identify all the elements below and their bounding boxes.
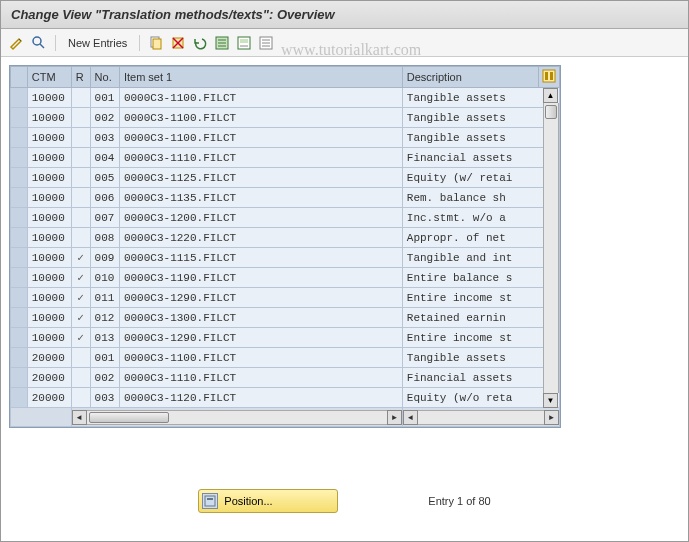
cell-description[interactable]: Retained earnin <box>402 308 559 328</box>
cell-item-set[interactable]: 0000C3-1290.FILCT <box>119 328 402 348</box>
cell-r-checkbox[interactable] <box>71 168 90 188</box>
select-all-icon[interactable] <box>214 35 230 51</box>
cell-no[interactable]: 002 <box>90 108 119 128</box>
table-row[interactable]: 200000030000C3-1120.FILCTEquity (w/o ret… <box>11 388 560 408</box>
cell-no[interactable]: 008 <box>90 228 119 248</box>
cell-item-set[interactable]: 0000C3-1100.FILCT <box>119 348 402 368</box>
cell-no[interactable]: 001 <box>90 348 119 368</box>
table-row[interactable]: 10000✓0120000C3-1300.FILCTRetained earni… <box>11 308 560 328</box>
cell-item-set[interactable]: 0000C3-1200.FILCT <box>119 208 402 228</box>
cell-description[interactable]: Entire balance s <box>402 268 559 288</box>
scroll-right-button-2[interactable]: ► <box>544 410 559 425</box>
cell-item-set[interactable]: 0000C3-1135.FILCT <box>119 188 402 208</box>
row-selector[interactable] <box>11 228 28 248</box>
cell-item-set[interactable]: 0000C3-1300.FILCT <box>119 308 402 328</box>
cell-r-checkbox[interactable] <box>71 208 90 228</box>
cell-ctm[interactable]: 10000 <box>27 128 71 148</box>
cell-description[interactable]: Tangible assets <box>402 348 559 368</box>
header-ctm[interactable]: CTM <box>27 67 71 88</box>
header-r[interactable]: R <box>71 67 90 88</box>
cell-description[interactable]: Rem. balance sh <box>402 188 559 208</box>
cell-description[interactable]: Financial assets <box>402 148 559 168</box>
cell-description[interactable]: Equity (w/o reta <box>402 388 559 408</box>
vertical-scrollbar[interactable] <box>543 103 559 393</box>
header-no[interactable]: No. <box>90 67 119 88</box>
cell-description[interactable]: Appropr. of net <box>402 228 559 248</box>
horizontal-scroll-thumb[interactable] <box>89 412 169 423</box>
cell-r-checkbox[interactable] <box>71 88 90 108</box>
cell-r-checkbox[interactable] <box>71 128 90 148</box>
cell-item-set[interactable]: 0000C3-1120.FILCT <box>119 388 402 408</box>
cell-item-set[interactable]: 0000C3-1115.FILCT <box>119 248 402 268</box>
cell-ctm[interactable]: 10000 <box>27 248 71 268</box>
row-selector[interactable] <box>11 248 28 268</box>
cell-item-set[interactable]: 0000C3-1110.FILCT <box>119 148 402 168</box>
row-selector[interactable] <box>11 348 28 368</box>
cell-item-set[interactable]: 0000C3-1100.FILCT <box>119 108 402 128</box>
cell-ctm[interactable]: 20000 <box>27 388 71 408</box>
header-item-set[interactable]: Item set 1 <box>119 67 402 88</box>
cell-no[interactable]: 011 <box>90 288 119 308</box>
row-selector[interactable] <box>11 148 28 168</box>
cell-r-checkbox[interactable] <box>71 228 90 248</box>
cell-no[interactable]: 010 <box>90 268 119 288</box>
table-row[interactable]: 100000030000C3-1100.FILCTTangible assets <box>11 128 560 148</box>
table-row[interactable]: 10000✓0130000C3-1290.FILCTEntire income … <box>11 328 560 348</box>
table-row[interactable]: 100000050000C3-1125.FILCTEquity (w/ reta… <box>11 168 560 188</box>
cell-no[interactable]: 001 <box>90 88 119 108</box>
cell-r-checkbox[interactable]: ✓ <box>71 288 90 308</box>
cell-no[interactable]: 005 <box>90 168 119 188</box>
row-selector[interactable] <box>11 268 28 288</box>
undo-change-icon[interactable] <box>192 35 208 51</box>
cell-ctm[interactable]: 10000 <box>27 88 71 108</box>
header-description[interactable]: Description <box>402 67 538 88</box>
cell-no[interactable]: 003 <box>90 128 119 148</box>
cell-ctm[interactable]: 10000 <box>27 208 71 228</box>
scroll-left-button-2[interactable]: ◄ <box>403 410 418 425</box>
copy-as-icon[interactable] <box>148 35 164 51</box>
table-row[interactable]: 100000060000C3-1135.FILCTRem. balance sh <box>11 188 560 208</box>
row-selector[interactable] <box>11 288 28 308</box>
find-icon[interactable] <box>31 35 47 51</box>
row-selector[interactable] <box>11 308 28 328</box>
cell-r-checkbox[interactable]: ✓ <box>71 248 90 268</box>
cell-description[interactable]: Tangible and int <box>402 248 559 268</box>
cell-no[interactable]: 013 <box>90 328 119 348</box>
row-selector[interactable] <box>11 108 28 128</box>
cell-r-checkbox[interactable]: ✓ <box>71 268 90 288</box>
row-selector[interactable] <box>11 188 28 208</box>
cell-description[interactable]: Entire income st <box>402 328 559 348</box>
table-row[interactable]: 100000020000C3-1100.FILCTTangible assets <box>11 108 560 128</box>
cell-ctm[interactable]: 10000 <box>27 108 71 128</box>
select-block-icon[interactable] <box>236 35 252 51</box>
cell-r-checkbox[interactable] <box>71 148 90 168</box>
vertical-scroll-thumb[interactable] <box>545 105 557 119</box>
cell-ctm[interactable]: 10000 <box>27 168 71 188</box>
cell-r-checkbox[interactable] <box>71 388 90 408</box>
cell-ctm[interactable]: 10000 <box>27 228 71 248</box>
cell-item-set[interactable]: 0000C3-1100.FILCT <box>119 128 402 148</box>
table-row[interactable]: 100000070000C3-1200.FILCTInc.stmt. w/o a <box>11 208 560 228</box>
row-selector[interactable] <box>11 128 28 148</box>
header-select[interactable] <box>11 67 28 88</box>
configure-columns-icon[interactable] <box>538 67 559 88</box>
scroll-up-button[interactable]: ▲ <box>543 88 558 103</box>
toggle-display-change-icon[interactable] <box>9 35 25 51</box>
table-row[interactable]: 100000010000C3-1100.FILCTTangible assets <box>11 88 560 108</box>
cell-item-set[interactable]: 0000C3-1290.FILCT <box>119 288 402 308</box>
cell-no[interactable]: 007 <box>90 208 119 228</box>
cell-description[interactable]: Financial assets <box>402 368 559 388</box>
cell-ctm[interactable]: 20000 <box>27 368 71 388</box>
row-selector[interactable] <box>11 168 28 188</box>
position-button[interactable]: Position... <box>198 489 338 513</box>
cell-r-checkbox[interactable]: ✓ <box>71 308 90 328</box>
cell-item-set[interactable]: 0000C3-1100.FILCT <box>119 88 402 108</box>
cell-r-checkbox[interactable] <box>71 108 90 128</box>
delete-icon[interactable] <box>170 35 186 51</box>
cell-description[interactable]: Entire income st <box>402 288 559 308</box>
row-selector[interactable] <box>11 88 28 108</box>
cell-r-checkbox[interactable] <box>71 348 90 368</box>
cell-description[interactable]: Tangible assets <box>402 108 559 128</box>
cell-description[interactable]: Equity (w/ retai <box>402 168 559 188</box>
cell-description[interactable]: Tangible assets <box>402 88 559 108</box>
